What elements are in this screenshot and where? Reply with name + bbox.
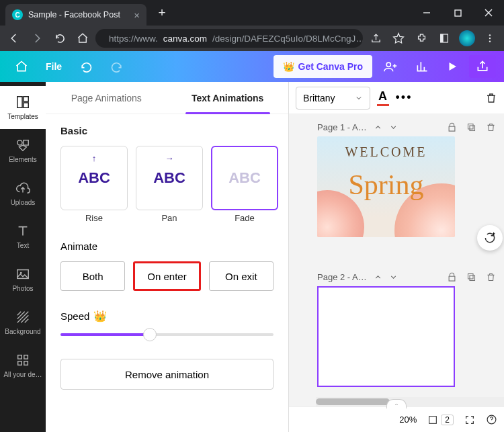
page-count: 2 [441,415,454,425]
svg-rect-24 [470,275,475,281]
zoom-level[interactable]: 20% [399,415,417,425]
animate-both-button[interactable]: Both [60,261,125,291]
extensions-icon[interactable] [411,28,431,48]
nav-reload-icon[interactable] [50,28,70,48]
font-select[interactable]: Brittany [296,87,370,110]
animate-on-enter-button[interactable]: On enter [133,261,200,291]
expand-handle[interactable] [386,399,407,408]
sidebar-item-elements[interactable]: Elements [0,129,46,172]
duplicate-icon[interactable] [466,272,476,282]
share-icon[interactable] [366,28,386,48]
url-field[interactable]: https://www.canva.com/design/DAFEZCq5uIo… [95,29,363,48]
animation-rise[interactable]: ↑ ABC [60,146,128,210]
menu-icon[interactable] [480,28,500,48]
browser-address-bar: https://www.canva.com/design/DAFEZCq5uIo… [0,26,504,51]
home-button[interactable] [8,55,35,78]
horizontal-scrollbar[interactable] [316,397,504,406]
arrow-up-icon: ↑ [92,153,97,163]
page-2-title: Page 2 - A… [317,272,367,282]
chevron-down-icon[interactable] [389,123,398,132]
abc-preview: ABC [228,169,261,187]
canva-toolbar: File 👑Get Canva Pro [0,51,504,82]
background-icon [15,310,30,325]
lock-icon[interactable] [447,272,457,282]
svg-point-7 [489,38,491,39]
reading-list-icon[interactable] [434,28,454,48]
browser-tab[interactable]: C Sample - Facebook Post × [5,4,146,26]
elements-icon [15,138,30,153]
svg-rect-25 [468,274,474,279]
page-1-title: Page 1 - A… [317,122,367,132]
page-1-thumbnail[interactable]: WELCOME Spring [317,136,455,237]
thumb-text-welcome: WELCOME [317,144,455,160]
pages-button[interactable]: 2 [427,415,454,425]
share-button[interactable] [469,55,496,78]
duplicate-icon[interactable] [466,122,476,132]
lock-icon[interactable] [447,122,457,132]
chevron-down-icon[interactable] [389,273,398,282]
scrollbar-thumb[interactable] [316,398,390,405]
new-tab-button[interactable]: + [153,4,171,21]
tab-page-animations[interactable]: Page Animations [46,82,167,114]
photos-icon [15,267,30,282]
svg-rect-1 [455,10,461,16]
delete-button[interactable] [485,92,497,104]
svg-rect-21 [470,126,475,131]
help-icon[interactable] [486,414,497,425]
undo-button[interactable] [73,55,99,78]
pro-label: Get Canva Pro [298,61,363,72]
window-maximize-icon[interactable] [442,0,473,26]
url-host: canva.com [163,34,207,44]
reset-animation-button[interactable]: + [477,225,503,251]
trash-icon[interactable] [486,272,496,282]
svg-point-6 [489,34,491,36]
sidebar-item-background[interactable]: Background [0,301,46,344]
abc-preview: ABC [78,169,110,187]
collaborators-button[interactable] [376,55,405,78]
page-2-thumbnail[interactable] [317,286,455,387]
sidebar-item-templates[interactable]: Templates [0,86,46,129]
sidebar-label: Elements [9,156,37,163]
nav-back-icon[interactable] [4,28,24,48]
insights-button[interactable] [409,55,435,78]
slider-thumb[interactable] [143,328,157,341]
svg-rect-11 [24,97,28,101]
sidebar-item-photos[interactable]: Photos [0,258,46,301]
svg-rect-19 [18,361,22,365]
nav-forward-icon [27,28,47,48]
animation-pan[interactable]: → ABC [136,146,203,210]
window-minimize-icon[interactable] [411,0,442,26]
window-close-icon[interactable] [473,0,504,26]
chevron-up-icon[interactable] [374,273,382,282]
sidebar-item-text[interactable]: Text [0,215,46,258]
close-tab-icon[interactable]: × [134,9,140,21]
animation-panel: Page Animations Text Animations Basic ↑ … [46,82,289,432]
speed-slider[interactable] [60,333,274,336]
remove-animation-button[interactable]: Remove animation [60,359,274,390]
file-menu[interactable]: File [39,55,69,78]
tab-text-animations[interactable]: Text Animations [167,82,289,114]
present-button[interactable] [439,55,465,78]
nav-home-icon[interactable] [73,28,93,48]
sidebar-label: Templates [7,113,38,120]
fullscreen-icon[interactable] [464,415,475,425]
text-color-button[interactable]: A [377,89,389,106]
get-canva-pro-button[interactable]: 👑Get Canva Pro [274,55,372,78]
sidebar-item-uploads[interactable]: Uploads [0,172,46,215]
chevron-up-icon[interactable] [374,123,382,132]
animation-fade[interactable]: ABC [211,146,278,210]
profile-extension-icon[interactable] [457,28,477,48]
crown-icon: 👑 [93,310,107,322]
redo-button[interactable] [103,55,130,78]
sidebar-label: Text [17,242,29,249]
svg-rect-12 [24,103,28,107]
star-icon[interactable] [388,28,409,48]
section-basic: Basic [60,125,274,136]
trash-icon[interactable] [486,122,496,132]
svg-text:+: + [492,231,495,237]
letter-a-icon: A [378,89,387,103]
more-options-button[interactable]: ••• [396,91,413,105]
sidebar-item-all[interactable]: All your de… [0,344,46,387]
animate-on-exit-button[interactable]: On exit [209,261,274,291]
svg-rect-22 [468,124,474,130]
